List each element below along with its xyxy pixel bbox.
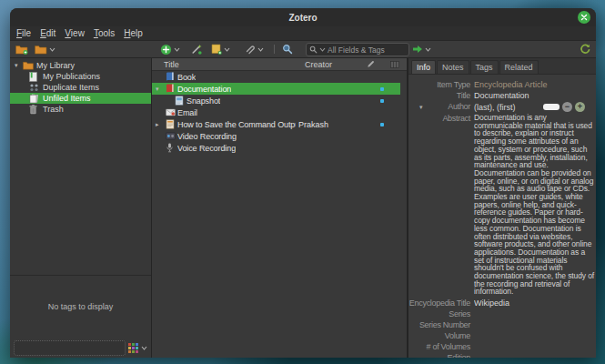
item-row[interactable]: Video Recording <box>152 130 400 142</box>
menu-tools[interactable]: Tools <box>89 27 119 40</box>
column-picker-icon <box>390 61 399 68</box>
new-item-button[interactable] <box>160 41 180 57</box>
tab-info[interactable]: Info <box>411 60 436 74</box>
tag-color-grid-icon[interactable] <box>128 343 138 353</box>
magic-wand-icon <box>191 44 202 55</box>
field-series: Series <box>408 309 596 318</box>
twisty-open-icon[interactable]: ▾ <box>15 62 23 69</box>
menu-help[interactable]: Help <box>119 27 147 40</box>
edition-value[interactable] <box>474 353 596 358</box>
column-header-notes[interactable] <box>358 60 383 68</box>
paperclip-icon <box>245 44 256 55</box>
item-type-value[interactable]: Encyclopedia Article <box>474 80 596 89</box>
collection-duplicate-items[interactable]: Duplicate Items <box>10 82 151 93</box>
switch-field-mode-button[interactable] <box>543 104 560 110</box>
email-icon <box>166 108 177 116</box>
sync-refresh-icon <box>580 44 590 55</box>
tab-notes[interactable]: Notes <box>437 60 469 74</box>
field-series-number: Series Number <box>408 320 596 329</box>
quick-search-input[interactable]: All Fields & Tags <box>306 43 409 56</box>
toolbar-separator <box>274 45 275 54</box>
item-details-pane: Info Notes Tags Related Item Type Encycl… <box>408 58 596 358</box>
publications-document-icon <box>29 72 43 82</box>
items-list: Book ▾ Documentation <box>152 71 407 154</box>
item-row[interactable]: Voice Recording <box>152 142 400 154</box>
attachment-dot <box>380 87 384 91</box>
num-volumes-value[interactable] <box>474 342 596 351</box>
menu-file[interactable]: File <box>12 27 35 40</box>
blog-post-icon <box>166 119 177 129</box>
collection-my-publications[interactable]: My Publications <box>10 71 151 82</box>
add-author-button[interactable]: + <box>575 102 585 112</box>
twisty-closed-icon[interactable]: ▸ <box>156 121 166 128</box>
info-fields: Item Type Encyclopedia Article Title Doc… <box>408 75 596 358</box>
library-folder-icon <box>35 45 47 55</box>
snapshot-icon <box>175 96 187 106</box>
collection-my-library[interactable]: ▾ My Library <box>10 60 151 71</box>
advanced-search-button[interactable] <box>282 41 293 57</box>
column-header-title[interactable]: Title <box>152 60 305 69</box>
tab-tags[interactable]: Tags <box>470 60 499 74</box>
sync-button[interactable] <box>580 41 590 57</box>
close-icon <box>580 14 588 21</box>
close-button[interactable] <box>578 11 590 24</box>
item-row-selected[interactable]: ▾ Documentation <box>152 83 400 95</box>
attachment-dot <box>380 99 384 103</box>
title-value[interactable]: Documentation <box>474 91 596 100</box>
pencil-icon <box>367 60 375 68</box>
item-row[interactable]: ▸ How to Save the Command Output to a ..… <box>152 118 400 130</box>
tag-filter-input[interactable] <box>14 340 126 356</box>
new-note-button[interactable] <box>211 41 230 57</box>
column-header-creator[interactable]: Creator <box>305 60 358 69</box>
menubar: File Edit View Tools Help <box>10 26 596 41</box>
items-list-header: Title Creator <box>152 58 407 71</box>
main-content: ▾ My Library My Publications <box>10 58 596 358</box>
abstract-value[interactable]: Documentation is any communicable materi… <box>474 114 596 296</box>
tab-related[interactable]: Related <box>499 60 539 74</box>
volume-value[interactable] <box>474 331 596 340</box>
series-value[interactable] <box>474 309 596 318</box>
author-value[interactable]: (last), (first) <box>474 103 516 112</box>
locate-arrow-icon <box>412 45 423 54</box>
duplicate-items-icon <box>29 83 43 92</box>
item-row[interactable]: Book <box>152 71 400 83</box>
tag-selector: No tags to display <box>10 275 151 358</box>
toolbar: All Fields & Tags <box>10 41 596 58</box>
collection-trash[interactable]: Trash <box>10 104 151 115</box>
new-item-plus-icon <box>160 44 172 56</box>
column-picker-button[interactable] <box>383 61 407 68</box>
window-title: Zotero <box>288 13 317 23</box>
menu-edit[interactable]: Edit <box>35 27 60 40</box>
add-by-identifier-button[interactable] <box>191 41 202 57</box>
microphone-icon <box>166 143 177 153</box>
locate-button[interactable] <box>412 41 431 57</box>
chevron-down-icon <box>319 47 326 52</box>
new-collection-button[interactable] <box>15 41 28 57</box>
field-volume: Volume <box>408 331 596 340</box>
book-icon <box>166 72 177 82</box>
collection-unfiled-items[interactable]: Unfiled Items <box>10 93 151 104</box>
video-cassette-icon <box>166 132 177 140</box>
collection-label: Duplicate Items <box>43 83 99 92</box>
item-row[interactable]: Email <box>152 106 400 118</box>
new-library-button[interactable] <box>35 41 55 57</box>
item-row[interactable]: Snapshot <box>152 95 400 106</box>
field-encyclopedia-title: Encyclopedia Title Wikipedia <box>408 298 596 308</box>
library-folder-icon <box>23 61 36 70</box>
field-num-volumes: # of Volumes <box>408 342 596 351</box>
author-twisty-icon[interactable]: ▾ <box>419 103 422 112</box>
remove-author-button[interactable]: − <box>562 102 572 112</box>
collection-label: Trash <box>43 105 64 114</box>
chevron-down-icon <box>257 47 264 52</box>
collections-pane: ▾ My Library My Publications <box>10 58 152 358</box>
chevron-down-icon <box>49 47 55 52</box>
chevron-down-icon[interactable] <box>141 346 147 350</box>
add-attachment-button[interactable] <box>245 41 264 57</box>
search-icon <box>282 44 293 55</box>
encyclopedia-title-value[interactable]: Wikipedia <box>474 298 596 308</box>
menu-view[interactable]: View <box>60 27 89 40</box>
search-placeholder: All Fields & Tags <box>328 46 385 55</box>
twisty-open-icon[interactable]: ▾ <box>156 86 166 93</box>
series-number-value[interactable] <box>474 320 596 329</box>
folder-plus-icon <box>15 45 28 55</box>
